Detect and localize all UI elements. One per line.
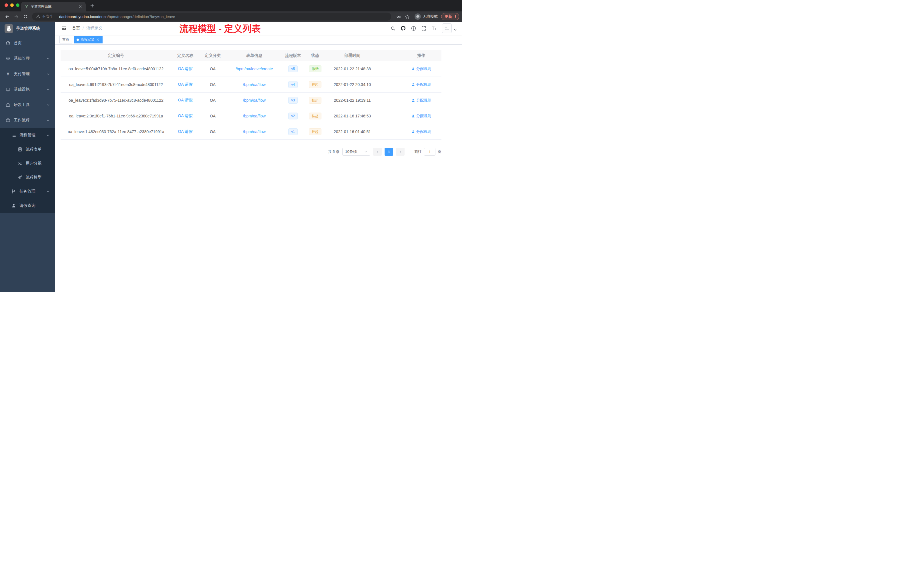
user-avatar[interactable] [442,23,452,33]
sidebar-item-home[interactable]: 首页 [0,35,55,51]
sidebar-item-process-model[interactable]: 流程模型 [0,170,55,184]
person-icon [411,99,415,102]
page-number-button[interactable]: 1 [384,148,393,156]
incognito-badge: 无痕模式 [412,13,441,20]
sidebar-item-process-management[interactable]: 流程管理 [0,128,55,142]
sidebar-item-system[interactable]: 系统管理 [0,51,55,66]
font-size-icon[interactable] [429,24,439,33]
flag-icon [12,189,16,194]
cell-form-info: /bpm/oa/flow [226,98,282,102]
page-size-select[interactable]: 10条/页 [342,148,370,156]
cell-form-info: /bpm/oa/flow [226,114,282,118]
cell-definition-name: OA 请假 [172,82,199,87]
column-header: 定义分类 [199,53,226,58]
sidebar-logo[interactable]: 芋道管理系统 [0,22,55,35]
sidebar-item-user-group[interactable]: 用户分组 [0,156,55,170]
address-bar[interactable]: 不安全 dashboard.yudao.iocoder.cn/bpm/manag… [32,13,391,21]
sidebar-item-payment[interactable]: ¥ 支付管理 [0,66,55,82]
form-link[interactable]: /bpm/oa/flow [243,98,266,102]
browser-menu-icon[interactable] [454,15,457,18]
person-icon [411,67,415,71]
cell-category: OA [199,66,226,71]
tag-close-icon[interactable] [96,38,100,41]
tab-close-icon[interactable] [77,3,83,10]
form-link[interactable]: /bpm/oa/flow [243,114,266,118]
status-badge: 激活 [309,66,322,72]
fullscreen-icon[interactable] [419,24,428,33]
browser-update-button[interactable]: 更新 [441,13,459,20]
tag-process-definition[interactable]: 流程定义 [74,36,102,43]
tag-home[interactable]: 首页 [59,36,72,43]
github-icon[interactable] [399,24,408,33]
assign-rule-link[interactable]: 分配规则 [411,98,431,103]
cell-definition-id: oa_leave:5:004b710b-7b8a-11ec-8ef0-acde4… [61,66,172,71]
cell-version: v3 [282,97,304,104]
paper-plane-icon [18,175,22,180]
close-window-button[interactable] [5,3,8,7]
version-badge: v3 [288,97,298,104]
sidebar-item-devtools[interactable]: 研发工具 [0,97,55,112]
person-icon [411,83,415,86]
page-content: 定义编号 定义名称 定义分类 表单信息 流程版本 状态 部署时间 操作 oa_l… [55,45,462,156]
definition-name-link[interactable]: OA 请假 [178,129,193,134]
assign-rule-link[interactable]: 分配规则 [411,129,431,134]
workflow-submenu: 流程管理 流程表单 用户分组 流程模型 任务管理 请假 [0,128,55,213]
form-link[interactable]: /bpm/oa/flow [243,82,266,87]
sidebar-item-task-management[interactable]: 任务管理 [0,184,55,199]
sidebar-item-leave-query[interactable]: 请假查询 [0,199,55,213]
assign-rule-link[interactable]: 分配规则 [411,114,431,119]
form-link[interactable]: /bpm/oa/leave/create [236,66,273,71]
sidebar-item-label: 首页 [14,41,22,46]
goto-page-input[interactable] [424,148,436,156]
avatar-caret-icon[interactable] [453,27,457,32]
breadcrumb-separator: / [82,26,84,31]
breadcrumb-home[interactable]: 首页 [72,26,80,31]
definition-name-link[interactable]: OA 请假 [178,82,193,87]
navbar-actions [388,23,457,33]
back-button[interactable] [3,12,12,21]
sidebar-item-workflow[interactable]: 工作流程 [0,112,55,128]
security-chip[interactable]: 不安全 [36,14,53,19]
reload-button[interactable] [21,12,30,21]
bookmark-star-icon[interactable] [403,13,411,21]
column-header: 状态 [304,53,327,58]
definition-name-link[interactable]: OA 请假 [178,114,193,118]
user-group-icon [18,161,22,166]
cell-category: OA [199,129,226,134]
hamburger-icon[interactable] [59,24,69,33]
list-icon [12,133,16,137]
cell-status: 激活 [304,66,327,72]
sidebar-item-process-form[interactable]: 流程表单 [0,142,55,156]
pagination-total: 共 5 条 [328,149,340,154]
window-controls[interactable] [5,3,20,7]
cell-definition-name: OA 请假 [172,66,199,71]
table-row: oa_leave:3:1fad3d93-7b75-11ec-a3c8-acde4… [61,92,441,108]
sidebar-item-label: 研发工具 [14,102,30,107]
new-tab-button[interactable] [89,3,96,9]
next-page-button[interactable] [396,148,404,156]
sidebar-item-label: 工作流程 [14,118,30,123]
chevron-up-icon [46,134,50,137]
forward-button[interactable] [12,12,21,21]
help-icon[interactable] [409,24,418,33]
sidebar-item-label: 流程模型 [26,175,42,180]
chevron-up-icon [46,119,50,122]
security-label: 不安全 [42,14,53,19]
search-icon[interactable] [388,24,398,33]
prev-page-button[interactable] [373,148,382,156]
password-key-icon[interactable] [394,13,403,21]
assign-rule-link[interactable]: 分配规则 [411,66,431,71]
table-header: 定义编号 定义名称 定义分类 表单信息 流程版本 状态 部署时间 操作 [61,50,441,61]
definition-name-link[interactable]: OA 请假 [178,66,193,71]
chevron-down-icon [364,150,368,153]
update-label: 更新 [445,14,452,19]
browser-tab[interactable]: 芋道管理系统 [21,2,86,12]
assign-rule-link[interactable]: 分配规则 [411,82,431,87]
cell-actions: 分配规则 [401,92,441,108]
definition-name-link[interactable]: OA 请假 [178,98,193,102]
maximize-window-button[interactable] [16,3,20,7]
cell-deploy-time: 2022-01-22 20:34:10 [327,82,378,87]
form-link[interactable]: /bpm/oa/flow [243,129,266,134]
sidebar-item-infrastructure[interactable]: 基础设施 [0,82,55,97]
minimize-window-button[interactable] [10,3,14,7]
